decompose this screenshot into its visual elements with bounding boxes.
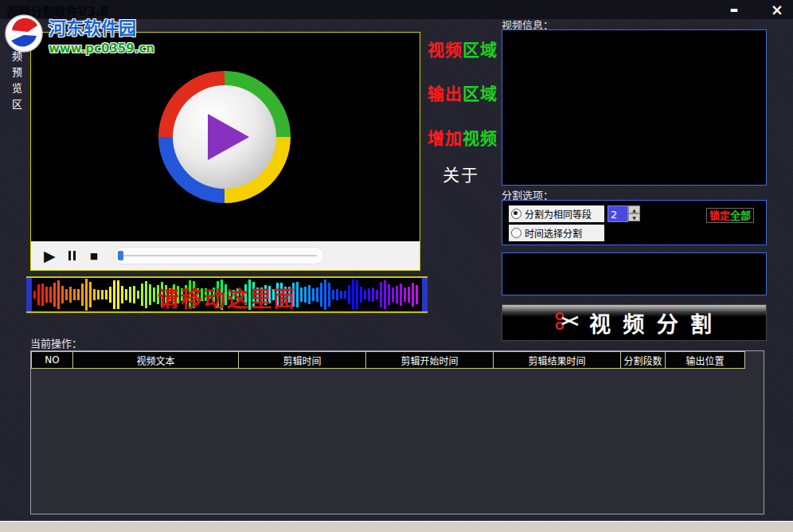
- split-options-panel: 分割为相同等段 2 ▲ ▼ 锁定全部 时间选择分割: [502, 200, 767, 245]
- site-url: www.pc0359.cn: [49, 41, 154, 56]
- lock-all-label-1: 锁定: [709, 209, 730, 221]
- radio-selected-icon[interactable]: [511, 209, 522, 219]
- radio-equal-split[interactable]: 分割为相同等段: [509, 205, 604, 222]
- site-name: 河东软件园: [49, 14, 154, 39]
- seek-slider-track[interactable]: [121, 255, 317, 256]
- segment-count-value[interactable]: 2: [607, 205, 628, 222]
- play-icon: ▶: [44, 247, 56, 264]
- column-header-video-text[interactable]: 视频文本: [72, 351, 239, 369]
- pause-button[interactable]: [68, 251, 76, 260]
- spin-down-icon: ▼: [632, 215, 636, 221]
- site-logo-icon: [4, 14, 44, 57]
- minimize-button[interactable]: ▬: [721, 0, 748, 19]
- media-player-logo-icon: [158, 71, 291, 203]
- minimize-icon: ▬: [730, 5, 738, 15]
- spin-down-button[interactable]: ▼: [628, 213, 640, 221]
- seek-slider-thumb[interactable]: [118, 251, 123, 260]
- radio-time-split[interactable]: 时间选择分割: [509, 225, 604, 241]
- close-button[interactable]: ×: [763, 0, 791, 19]
- column-header-output-location[interactable]: 输出位置: [665, 351, 745, 369]
- radio-time-split-label: 时间选择分割: [525, 226, 582, 240]
- split-result-box[interactable]: [502, 252, 767, 295]
- radio-unselected-icon[interactable]: [511, 228, 522, 238]
- play-button[interactable]: ▶: [44, 247, 56, 264]
- menu-video-area-label-2: 区域: [463, 41, 498, 60]
- menu-add-video[interactable]: 增加视频: [428, 125, 498, 149]
- spin-up-icon: ▲: [632, 207, 636, 213]
- menu-video-area-label-1: 视频: [428, 41, 463, 60]
- video-split-button[interactable]: 视 频 分 割: [502, 304, 767, 341]
- stop-button[interactable]: ■: [90, 251, 98, 261]
- operations-list[interactable]: [30, 350, 764, 514]
- column-header-no[interactable]: NO: [31, 351, 73, 369]
- site-watermark: 河东软件园 www.pc0359.cn: [4, 14, 154, 57]
- app-window: 视频分割软件V3.8 ▬ × 河东软件园 www.pc0359.cn 视频预览区: [0, 0, 793, 532]
- audio-spectrum: 请移动这里面: [26, 276, 428, 313]
- menu-output-area-label-2: 区域: [463, 84, 498, 104]
- menu-video-area[interactable]: 视频区域: [428, 37, 498, 61]
- segment-count-spinner[interactable]: 2 ▲ ▼: [607, 205, 640, 222]
- current-operation-label: 当前操作：: [30, 335, 82, 350]
- menu-add-video-label-2: 视频: [463, 129, 498, 148]
- menu-add-video-label-1: 增加: [428, 129, 463, 148]
- column-header-segment-count[interactable]: 分割段数: [620, 351, 666, 369]
- pause-icon: [68, 251, 71, 260]
- video-preview-frame: ▶ ■: [30, 32, 420, 271]
- menu-output-area-label-1: 输出: [428, 84, 463, 104]
- seek-slider[interactable]: [114, 247, 324, 264]
- spectrum-overlay-text: 请移动这里面: [26, 282, 428, 313]
- operations-table-header: NO 视频文本 剪辑时间 剪辑开始时间 剪辑结果时间 分割段数 输出位置: [31, 351, 745, 369]
- radio-equal-split-label: 分割为相同等段: [525, 207, 592, 221]
- player-controls: ▶ ■: [31, 241, 420, 270]
- menu-output-area[interactable]: 输出区域: [428, 80, 498, 104]
- video-split-button-label: 视 频 分 割: [589, 307, 714, 338]
- column-header-clip-result-time[interactable]: 剪辑结果时间: [493, 351, 621, 369]
- stop-icon: ■: [90, 251, 98, 261]
- column-header-clip-start-time[interactable]: 剪辑开始时间: [365, 351, 494, 369]
- lock-all-label-2: 全部: [730, 209, 751, 221]
- lock-all-button[interactable]: 锁定全部: [706, 208, 754, 223]
- video-screen[interactable]: [31, 33, 420, 241]
- scissors-icon: [554, 310, 580, 335]
- status-bar: [0, 521, 793, 532]
- video-info-box[interactable]: [502, 29, 767, 186]
- close-icon: ×: [771, 1, 783, 18]
- spin-up-button[interactable]: ▲: [628, 205, 640, 213]
- menu-about[interactable]: 关于: [443, 162, 479, 186]
- column-header-clip-time[interactable]: 剪辑时间: [238, 351, 366, 369]
